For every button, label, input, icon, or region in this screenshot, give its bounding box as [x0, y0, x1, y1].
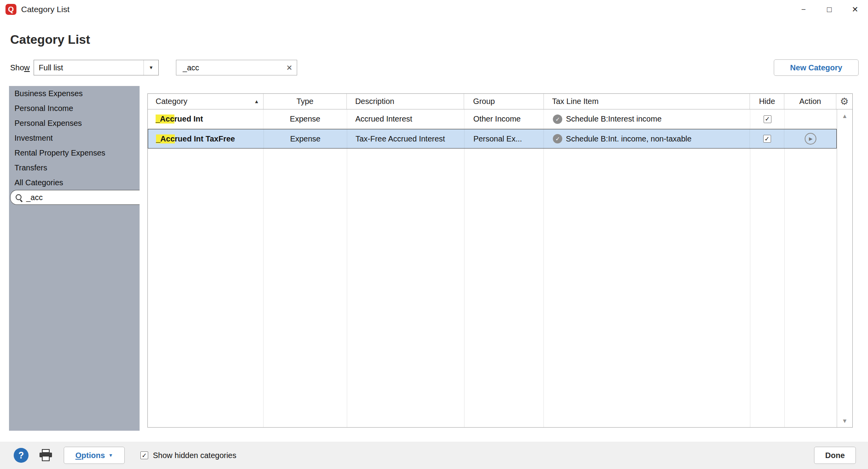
chevron-down-icon: ▼	[149, 65, 154, 70]
search-input[interactable]	[183, 63, 286, 72]
category-cell: _Accrued Int	[148, 109, 264, 129]
tax-line-item-cell: ✓ Schedule B:Interest income	[544, 109, 750, 129]
group-cell: Other Income	[464, 109, 544, 129]
category-table: Category ▲ Type Description Group Tax Li…	[147, 93, 853, 428]
content-area: Business Expenses Personal Income Person…	[0, 86, 868, 431]
search-icon	[15, 194, 23, 201]
print-button[interactable]	[39, 449, 53, 462]
action-cell: ▶	[784, 129, 836, 148]
column-settings-cell: ⚙	[836, 94, 852, 109]
show-filter-dropdown[interactable]: Full list ▼	[34, 60, 159, 75]
type-cell: Expense	[264, 129, 348, 148]
chevron-down-icon: ▼	[108, 453, 113, 458]
show-hidden-checkbox[interactable]: ✓	[140, 451, 148, 459]
show-hidden-label: Show hidden categories	[153, 451, 236, 460]
sidebar-item-rental-property-expenses[interactable]: Rental Property Expenses	[9, 145, 140, 160]
options-label: Options	[75, 451, 105, 460]
column-header-category[interactable]: Category ▲	[148, 94, 264, 109]
done-button[interactable]: Done	[814, 447, 856, 464]
hide-checkbox[interactable]: ✓	[764, 115, 771, 123]
tax-line-check-icon: ✓	[553, 134, 562, 143]
new-category-button[interactable]: New Category	[774, 59, 859, 76]
column-header-description[interactable]: Description	[347, 94, 464, 109]
sidebar-item-personal-income[interactable]: Personal Income	[9, 101, 140, 116]
sort-ascending-icon: ▲	[254, 98, 259, 104]
scroll-down-icon[interactable]: ▼	[842, 417, 848, 424]
hide-checkbox[interactable]: ✓	[763, 135, 771, 143]
column-header-hide[interactable]: Hide	[750, 94, 784, 109]
sidebar-item-all-categories[interactable]: All Categories	[9, 175, 140, 190]
scroll-up-icon[interactable]: ▲	[842, 113, 848, 119]
description-cell: Accrued Interest	[347, 109, 464, 129]
search-match-highlight: _Acc	[156, 115, 174, 124]
gear-icon[interactable]: ⚙	[840, 96, 848, 107]
sidebar: Business Expenses Personal Income Person…	[9, 86, 140, 431]
sidebar-item-transfers[interactable]: Transfers	[9, 160, 140, 175]
hide-cell: ✓	[750, 129, 784, 148]
window-title: Category List	[21, 5, 70, 14]
show-hidden-categories-toggle: ✓ Show hidden categories	[140, 451, 236, 460]
printer-icon	[39, 449, 53, 462]
column-header-group[interactable]: Group	[464, 94, 544, 109]
column-gridlines	[148, 109, 837, 427]
action-arrow-icon: ▶	[809, 136, 812, 141]
close-icon: ✕	[852, 5, 859, 14]
sidebar-item-business-expenses[interactable]: Business Expenses	[9, 86, 140, 101]
help-button[interactable]: ?	[14, 448, 29, 463]
footer-bar: ? Options ▼ ✓ Show hidden categories Don…	[0, 442, 868, 469]
toolbar: Show Full list ▼ ✕ New Category	[10, 59, 859, 76]
sidebar-item-search-acc[interactable]: _acc	[10, 190, 140, 205]
table-row[interactable]: _Accrued Int Expense Accrued Interest Ot…	[148, 109, 837, 129]
maximize-button[interactable]: □	[816, 0, 842, 19]
show-filter-value: Full list	[39, 63, 63, 72]
sidebar-item-personal-expenses[interactable]: Personal Expenses	[9, 116, 140, 131]
column-header-action[interactable]: Action	[784, 94, 836, 109]
row-action-button[interactable]: ▶	[805, 133, 816, 145]
minimize-button[interactable]: −	[791, 0, 816, 19]
dropdown-arrow-button[interactable]: ▼	[143, 60, 158, 75]
search-box[interactable]: ✕	[176, 60, 297, 75]
hide-cell: ✓	[750, 109, 785, 129]
column-header-tax-line-item[interactable]: Tax Line Item	[544, 94, 750, 109]
description-cell: Tax-Free Accrued Interest	[347, 129, 464, 148]
table-header: Category ▲ Type Description Group Tax Li…	[148, 94, 852, 109]
help-icon: ?	[18, 450, 24, 461]
show-label: Show	[10, 63, 30, 72]
vertical-scrollbar[interactable]: ▲ ▼	[837, 109, 852, 427]
clear-search-icon[interactable]: ✕	[286, 63, 292, 72]
type-cell: Expense	[264, 109, 347, 129]
app-logo-icon: Q	[5, 4, 16, 15]
category-cell: _Accrued Int TaxFree	[148, 129, 264, 148]
search-match-highlight: _Acc	[156, 134, 175, 143]
minimize-icon: −	[801, 5, 806, 14]
table-row-selected[interactable]: _Accrued Int TaxFree Expense Tax-Free Ac…	[148, 129, 837, 149]
group-cell: Personal Ex...	[464, 129, 544, 148]
page-title: Category List	[10, 32, 868, 47]
window-controls: − □ ✕	[791, 0, 868, 19]
rows-area: _Accrued Int Expense Accrued Interest Ot…	[148, 109, 837, 427]
maximize-icon: □	[827, 5, 832, 14]
sidebar-item-investment[interactable]: Investment	[9, 131, 140, 145]
tax-line-item-cell: ✓ Schedule B:Int. income, non-taxable	[544, 129, 750, 148]
action-cell	[785, 109, 837, 129]
options-button[interactable]: Options ▼	[64, 447, 125, 464]
table-body: _Accrued Int Expense Accrued Interest Ot…	[148, 109, 852, 427]
tax-line-check-icon: ✓	[553, 115, 562, 124]
column-header-type[interactable]: Type	[264, 94, 347, 109]
close-button[interactable]: ✕	[842, 0, 868, 19]
titlebar: Q Category List − □ ✕	[0, 0, 868, 19]
